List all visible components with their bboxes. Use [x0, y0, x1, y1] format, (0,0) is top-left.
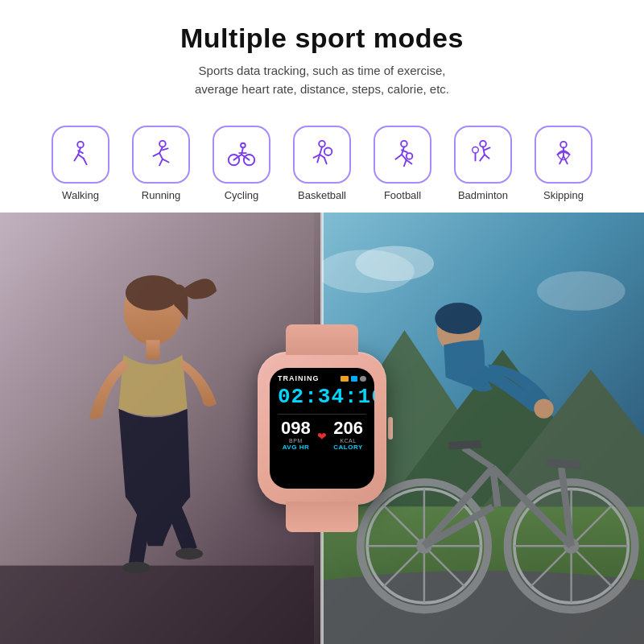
screen-title: TRAINING [278, 374, 320, 382]
badminton-icon [468, 139, 498, 170]
screen-stats: 098 BPM AVG HR ❤ 206 KCAL CALORY [278, 419, 366, 451]
stat-group-bpm: 098 BPM AVG HR [281, 419, 311, 451]
header-section: Multiple sport modes Sports data trackin… [0, 0, 644, 111]
screen-divider [278, 414, 366, 415]
sport-item-walking: Walking [52, 126, 109, 201]
sport-icon-box-football [374, 126, 431, 184]
svg-line-37 [480, 155, 485, 161]
svg-point-57 [356, 246, 434, 281]
page-title: Multiple sport modes [32, 23, 612, 54]
stat-kcal-label: CALORY [333, 444, 362, 451]
svg-point-87 [435, 303, 481, 334]
heart-icon: ❤ [317, 430, 327, 443]
sports-icons-row: Walking Running [0, 111, 644, 213]
stat-bpm-label: AVG HR [283, 444, 310, 451]
svg-line-8 [154, 153, 160, 156]
subtitle-line2: average heart rate, distance, steps, cal… [195, 82, 449, 96]
skipping-icon [548, 139, 579, 170]
watch-strap-top [286, 324, 358, 355]
sport-item-badminton: Badminton [454, 126, 512, 201]
svg-line-3 [78, 155, 84, 159]
svg-point-26 [324, 147, 332, 155]
svg-line-4 [84, 159, 87, 165]
svg-line-12 [163, 148, 168, 150]
svg-line-2 [74, 155, 78, 161]
svg-point-58 [537, 271, 625, 311]
photo-background: TRAINING 02:34:16 098 [0, 213, 644, 644]
sport-item-football: Football [374, 126, 431, 201]
cycling-icon [226, 139, 257, 170]
svg-line-38 [485, 155, 489, 159]
svg-point-53 [122, 562, 150, 574]
svg-point-0 [77, 142, 84, 148]
svg-point-42 [560, 142, 567, 148]
svg-point-20 [319, 141, 325, 147]
stat-kcal-sub: KCAL [340, 438, 356, 444]
watch-side-button[interactable] [388, 417, 393, 440]
screen-icons [341, 376, 366, 382]
sport-icon-box-running [132, 126, 190, 184]
svg-line-82 [547, 463, 581, 466]
stat-bpm-value: 098 [281, 419, 311, 437]
sport-label-running: Running [142, 189, 180, 201]
svg-point-34 [407, 153, 413, 159]
svg-point-6 [159, 141, 166, 147]
walking-icon [65, 139, 96, 170]
sport-icon-box-badminton [454, 126, 512, 184]
watch-container: TRAINING 02:34:16 098 [258, 352, 386, 505]
sport-label-football: Football [384, 189, 421, 201]
svg-line-29 [395, 155, 402, 159]
svg-point-85 [534, 398, 553, 418]
watch-strap-bottom [286, 502, 358, 532]
sport-item-basketball: Basketball [293, 126, 351, 201]
sport-item-skipping: Skipping [535, 126, 592, 201]
sport-icon-box-skipping [535, 126, 592, 184]
svg-point-35 [480, 141, 486, 147]
main-page: Multiple sport modes Sports data trackin… [0, 0, 644, 644]
subtitle-line1: Sports data tracking, such as time of ex… [199, 64, 446, 77]
svg-rect-49 [0, 566, 314, 644]
svg-point-40 [473, 147, 479, 154]
svg-line-80 [493, 468, 497, 507]
screen-icon-signal [351, 376, 357, 382]
screen-icon-mode [360, 376, 366, 382]
stat-bpm-sub: BPM [289, 438, 303, 444]
screen-header: TRAINING [278, 374, 366, 382]
sport-item-cycling: Cycling [213, 126, 270, 201]
sport-label-skipping: Skipping [543, 189, 584, 201]
svg-line-11 [163, 159, 169, 163]
svg-line-84 [448, 444, 481, 445]
svg-point-27 [401, 141, 407, 147]
stat-kcal-value: 206 [333, 419, 363, 437]
screen-timer: 02:34:16 [278, 386, 366, 409]
stat-group-kcal: 206 KCAL CALORY [333, 419, 363, 451]
basketball-icon [307, 139, 337, 170]
svg-line-9 [159, 153, 163, 159]
sport-item-running: Running [132, 126, 190, 201]
running-icon [146, 139, 176, 170]
svg-line-33 [407, 160, 412, 164]
svg-point-54 [175, 548, 203, 560]
football-icon [387, 139, 418, 170]
svg-line-24 [324, 158, 327, 164]
sport-icon-box-cycling [213, 126, 270, 184]
sport-label-walking: Walking [62, 189, 99, 201]
sport-label-badminton: Badminton [458, 189, 508, 201]
svg-line-21 [320, 147, 322, 155]
watch-body: TRAINING 02:34:16 098 [258, 352, 386, 505]
sport-icon-box-walking [52, 126, 109, 184]
svg-line-39 [485, 147, 490, 150]
svg-rect-52 [146, 340, 159, 359]
sport-label-cycling: Cycling [225, 189, 259, 201]
sport-icon-box-basketball [293, 126, 351, 184]
watch-screen: TRAINING 02:34:16 098 [270, 368, 374, 489]
svg-line-32 [404, 160, 407, 167]
svg-line-23 [320, 155, 324, 158]
sport-label-basketball: Basketball [298, 189, 346, 201]
svg-line-10 [159, 159, 163, 166]
screen-icon-battery [341, 376, 349, 382]
subtitle: Sports data tracking, such as time of ex… [32, 62, 612, 98]
photo-section: TRAINING 02:34:16 098 [0, 213, 644, 644]
svg-line-36 [483, 147, 485, 155]
